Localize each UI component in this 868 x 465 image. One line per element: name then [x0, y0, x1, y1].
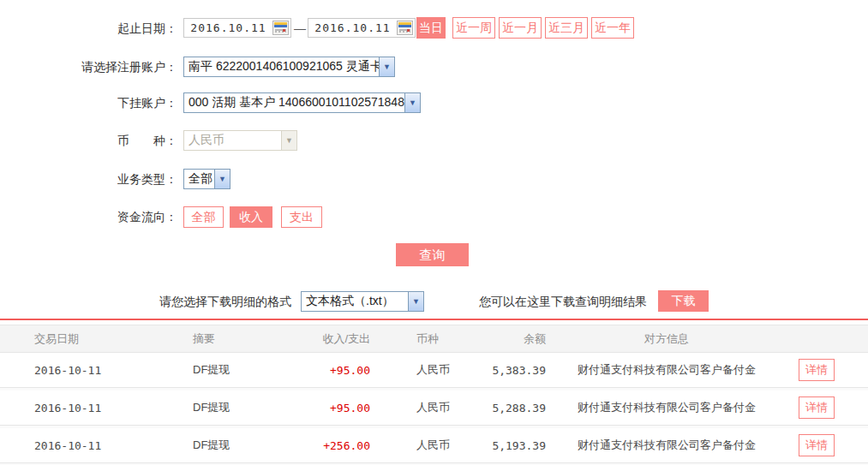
table-row: 2016-10-11 DF提现 +256.00 人民币 5,193.39 财付通…	[0, 428, 868, 463]
cell-amount: +256.00	[296, 439, 370, 452]
fund-flow-button-all[interactable]: 全部	[183, 206, 224, 228]
end-date-value: 2016.10.11	[308, 21, 397, 34]
cell-currency: 人民币	[370, 438, 464, 453]
cell-summary: DF提现	[159, 438, 296, 453]
cell-counterparty: 财付通支付科技有限公司客户备付金	[546, 438, 765, 453]
cell-date: 2016-10-11	[0, 439, 159, 452]
download-hint: 您可以在这里下载查询明细结果	[479, 295, 647, 310]
header-cell-currency: 币种	[370, 331, 464, 347]
cell-amount: +95.00	[296, 364, 370, 377]
sub-account-value: 000 活期 基本户 1406600101102571848	[184, 95, 404, 110]
cell-summary: DF提现	[159, 400, 296, 415]
chevron-down-icon: ▼	[408, 292, 423, 311]
download-format-label: 请您选择下载明细的格式	[159, 295, 291, 310]
business-type-value: 全部	[184, 171, 214, 187]
start-date-input[interactable]: 2016.10.11	[183, 18, 291, 38]
transactions-table: 交易日期 摘要 收入/支出 币种 余额 对方信息 2016-10-11 DF提现…	[0, 325, 868, 465]
detail-button[interactable]: 详情	[799, 396, 835, 419]
calendar-icon[interactable]	[397, 21, 413, 35]
end-date-input[interactable]: 2016.10.11	[308, 18, 416, 38]
date-range-label: 起止日期：	[0, 21, 177, 37]
table-top-rule	[0, 319, 868, 320]
cell-summary: DF提现	[159, 362, 296, 378]
quick-range-button-today[interactable]: 当日	[416, 17, 446, 39]
register-account-value: 南平 6222001406100921065 灵通卡	[184, 59, 379, 75]
calendar-icon-bar	[274, 25, 287, 27]
table-row: 2016-10-11 DF提现 +95.00 人民币 5,288.39 财付通支…	[0, 390, 868, 426]
quick-range-button-last-3-months[interactable]: 近三月	[545, 17, 588, 39]
header-cell-amount: 收入/支出	[296, 331, 370, 347]
quick-range-button-last-month[interactable]: 近一月	[499, 17, 542, 39]
header-cell-date: 交易日期	[0, 331, 159, 347]
header-cell-counterparty: 对方信息	[546, 331, 765, 347]
cell-balance: 5,288.39	[464, 402, 546, 414]
sub-account-label: 下挂账户：	[0, 96, 177, 111]
calendar-icon[interactable]	[272, 21, 289, 35]
account-detail-query-page: 起止日期： 2016.10.11 — 2016.10.11 当日 近一周 近一月…	[0, 0, 868, 465]
cell-amount: +95.00	[296, 402, 370, 414]
currency-select: 人民币 ▼	[183, 130, 297, 151]
cell-counterparty: 财付通支付科技有限公司客户备付金	[546, 362, 765, 378]
quick-range-button-last-week[interactable]: 近一周	[452, 17, 495, 39]
calendar-icon-bar	[398, 25, 411, 27]
cell-currency: 人民币	[370, 400, 464, 415]
detail-button[interactable]: 详情	[799, 434, 835, 456]
quick-range-button-last-year[interactable]: 近一年	[591, 17, 634, 39]
chevron-down-icon: ▼	[379, 57, 394, 76]
currency-value: 人民币	[184, 133, 281, 148]
download-button[interactable]: 下载	[658, 290, 709, 312]
calendar-icon-day-dot	[407, 29, 410, 32]
cell-date: 2016-10-11	[0, 402, 159, 414]
cell-date: 2016-10-11	[0, 364, 159, 377]
currency-label: 币 种：	[0, 134, 177, 149]
fund-flow-label: 资金流向：	[0, 210, 177, 225]
download-format-value: 文本格式（.txt）	[302, 294, 408, 309]
register-account-label: 请选择注册账户：	[0, 60, 177, 75]
header-cell-balance: 余额	[464, 331, 546, 347]
chevron-down-icon: ▼	[214, 170, 230, 188]
detail-button[interactable]: 详情	[799, 359, 835, 381]
cell-currency: 人民币	[370, 362, 464, 378]
register-account-select[interactable]: 南平 6222001406100921065 灵通卡 ▼	[183, 57, 395, 77]
start-date-value: 2016.10.11	[184, 21, 272, 34]
table-header: 交易日期 摘要 收入/支出 币种 余额 对方信息	[0, 325, 868, 353]
header-cell-summary: 摘要	[159, 331, 296, 347]
chevron-down-icon: ▼	[404, 93, 420, 112]
cell-counterparty: 财付通支付科技有限公司客户备付金	[546, 400, 765, 415]
business-type-label: 业务类型：	[0, 172, 177, 188]
sub-account-select[interactable]: 000 活期 基本户 1406600101102571848 ▼	[183, 92, 421, 113]
business-type-select[interactable]: 全部 ▼	[183, 169, 230, 189]
fund-flow-button-expense[interactable]: 支出	[281, 206, 322, 228]
table-row: 2016-10-11 DF提现 +95.00 人民币 5,383.39 财付通支…	[0, 353, 868, 388]
cell-balance: 5,193.39	[464, 439, 546, 452]
fund-flow-button-income[interactable]: 收入	[230, 206, 272, 228]
calendar-icon-day-dot	[283, 29, 285, 32]
query-button[interactable]: 查询	[396, 243, 469, 266]
cell-balance: 5,383.39	[464, 364, 546, 377]
download-format-select[interactable]: 文本格式（.txt） ▼	[301, 291, 424, 312]
date-range-separator: —	[294, 21, 306, 35]
chevron-down-icon: ▼	[281, 131, 296, 150]
